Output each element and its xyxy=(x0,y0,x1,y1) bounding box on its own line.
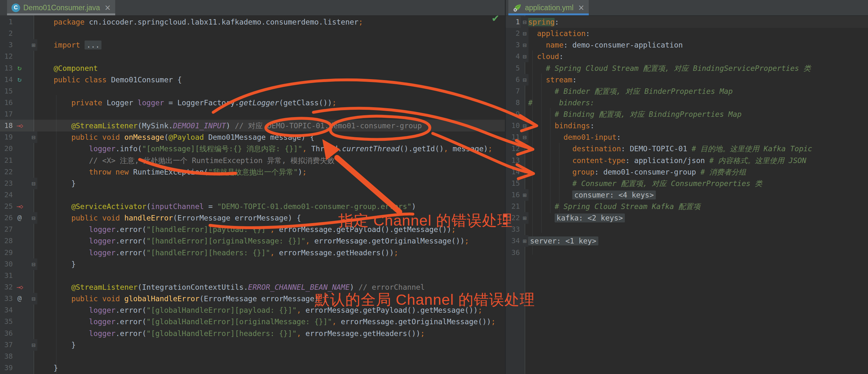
line-number[interactable]: 16 xyxy=(0,97,13,108)
line-number[interactable]: 15 xyxy=(506,178,520,189)
line-number[interactable]: 24 xyxy=(0,189,13,201)
line-number[interactable]: 19 xyxy=(0,131,13,143)
line-number[interactable]: 5 xyxy=(506,63,520,74)
line-number[interactable]: 10 xyxy=(506,120,520,131)
fold-marker[interactable]: ⊟ xyxy=(521,131,528,143)
line-number[interactable]: 29 xyxy=(0,247,13,258)
line-number[interactable]: 35 xyxy=(0,316,13,328)
line-number[interactable]: 17 xyxy=(0,108,13,120)
fold-marker[interactable]: ⊟ xyxy=(521,120,528,131)
folded-region[interactable]: server: <1 key> xyxy=(528,237,598,245)
line-number[interactable]: 21 xyxy=(0,155,13,166)
gutter-pubsub-icon[interactable]: →◇ xyxy=(14,281,25,293)
line-number[interactable]: 4 xyxy=(506,51,520,62)
line-number[interactable]: 11 xyxy=(506,131,520,143)
line-number[interactable]: 6 xyxy=(506,74,520,86)
line-number[interactable]: 9 xyxy=(506,108,520,120)
code-line-1[interactable]: spring: xyxy=(528,16,559,28)
code-line-6[interactable]: stream: xyxy=(528,74,577,86)
line-number[interactable]: 32 xyxy=(0,281,13,293)
line-number[interactable]: 2 xyxy=(506,28,520,39)
code-line-30[interactable]: } xyxy=(54,258,75,270)
fold-marker[interactable]: ⊟ xyxy=(521,39,528,51)
line-number[interactable]: 36 xyxy=(506,247,520,258)
fold-marker[interactable]: ⊟ xyxy=(30,339,37,351)
line-number[interactable]: 3 xyxy=(0,39,13,51)
code-line-20[interactable]: logger.info("[onMessage][线程编号:{} 消息内容: {… xyxy=(54,143,492,154)
line-number[interactable]: 26 xyxy=(0,212,13,224)
code-line-22[interactable]: throw new RuntimeException("我就是故意抛出一个异常"… xyxy=(54,166,307,178)
line-number[interactable]: 18 xyxy=(0,120,13,131)
gutter-at-icon[interactable]: @ xyxy=(14,293,25,305)
close-icon[interactable]: × xyxy=(578,3,584,12)
code-line-3[interactable]: name: demo-consumer-application xyxy=(528,39,683,51)
code-line-35[interactable]: logger.error("[globalHandleError][origin… xyxy=(54,316,496,328)
line-number[interactable]: 13 xyxy=(506,155,520,166)
gutter-pubsub-icon[interactable]: →◇ xyxy=(14,201,25,212)
code-line-4[interactable]: cloud: xyxy=(528,51,564,62)
inspections-ok-icon[interactable]: ✔ xyxy=(491,13,499,24)
line-number[interactable]: 3 xyxy=(506,39,520,51)
fold-marker[interactable]: ⊟ xyxy=(521,74,528,86)
code-line-26[interactable]: public void handleError(ErrorMessage err… xyxy=(54,212,301,224)
code-line-16[interactable]: private Logger logger = LoggerFactory.ge… xyxy=(54,97,336,108)
code-line-11[interactable]: demo01-input: xyxy=(528,131,621,143)
line-number[interactable]: 34 xyxy=(0,305,13,316)
fold-marker[interactable]: ⊟ xyxy=(30,131,37,143)
code-line-21[interactable]: # Spring Cloud Stream Kafka 配置项 xyxy=(528,201,701,212)
line-number[interactable]: 14 xyxy=(0,74,13,86)
line-number[interactable]: 12 xyxy=(0,51,13,62)
yaml-editor-pane[interactable]: 1⊟spring:2⊟ application:3⊟ name: demo-co… xyxy=(506,15,868,374)
line-number[interactable]: 13 xyxy=(0,63,13,74)
code-line-34[interactable]: server: <1 key> xyxy=(528,235,598,247)
code-line-13[interactable]: @Component xyxy=(54,63,98,74)
fold-marker[interactable]: ⊞ xyxy=(30,39,37,51)
folded-region[interactable]: ... xyxy=(85,40,102,50)
line-number[interactable]: 39 xyxy=(0,362,13,374)
gutter-pubsub-icon[interactable]: →◇ xyxy=(14,120,25,131)
line-number[interactable]: 37 xyxy=(0,339,13,351)
code-line-14[interactable]: group: demo01-consumer-group # 消费者分组 xyxy=(528,166,746,178)
folded-region[interactable]: consumer: <4 keys> xyxy=(572,190,655,199)
code-line-23[interactable]: } xyxy=(54,178,75,189)
code-line-16[interactable]: consumer: <4 keys> xyxy=(528,189,656,201)
fold-marker[interactable]: ⊟ xyxy=(30,293,37,305)
code-line-28[interactable]: logger.error("[handleError][originalMess… xyxy=(54,235,469,247)
line-number[interactable]: 7 xyxy=(506,86,520,97)
line-number[interactable]: 31 xyxy=(0,270,13,281)
code-line-7[interactable]: # Binder 配置项, 对应 BinderProperties Map xyxy=(528,86,733,97)
code-line-8[interactable]: # binders: xyxy=(528,97,594,108)
code-line-1[interactable]: package cn.iocoder.springcloud.labx11.ka… xyxy=(54,16,363,28)
code-line-22[interactable]: kafka: <2 keys> xyxy=(528,212,625,224)
line-number[interactable]: 1 xyxy=(506,16,520,28)
gutter-at-icon[interactable]: @ xyxy=(14,212,25,224)
line-number[interactable]: 16 xyxy=(506,189,520,201)
fold-marker[interactable]: ⊞ xyxy=(521,189,528,201)
line-number[interactable]: 34 xyxy=(506,235,520,247)
code-line-15[interactable]: # Consumer 配置项, 对应 ConsumerProperties 类 xyxy=(528,178,762,189)
gutter-bean2-icon[interactable]: ↻ xyxy=(14,74,25,86)
line-number[interactable]: 23 xyxy=(0,178,13,189)
tab-application-yml[interactable]: application.yml × xyxy=(508,0,589,15)
fold-marker[interactable]: ⊟ xyxy=(30,178,37,189)
code-line-21[interactable]: // <X> 注意, 此处抛出一个 RuntimeException 异常, 模… xyxy=(54,155,335,166)
line-number[interactable]: 8 xyxy=(506,97,520,108)
folded-region[interactable]: kafka: <2 keys> xyxy=(555,214,625,222)
code-line-39[interactable]: } xyxy=(54,362,58,374)
line-number[interactable]: 28 xyxy=(0,235,13,247)
code-line-5[interactable]: # Spring Cloud Stream 配置项, 对应 BindingSer… xyxy=(528,63,811,74)
line-number[interactable]: 15 xyxy=(0,86,13,97)
fold-marker[interactable]: ⊟ xyxy=(521,16,528,28)
code-line-18[interactable]: @StreamListener(MySink.DEMO01_INPUT) // … xyxy=(54,120,422,131)
code-line-37[interactable]: } xyxy=(54,339,75,351)
fold-marker[interactable]: ⊞ xyxy=(521,212,528,224)
line-number[interactable]: 30 xyxy=(0,258,13,270)
line-number[interactable]: 14 xyxy=(506,166,520,178)
code-line-13[interactable]: content-type: application/json # 内容格式。这里… xyxy=(528,155,806,166)
line-number[interactable]: 22 xyxy=(0,166,13,178)
line-number[interactable]: 25 xyxy=(0,201,13,212)
fold-marker[interactable]: ⊞ xyxy=(521,235,528,247)
code-line-12[interactable]: destination: DEMO-TOPIC-01 # 目的地。这里使用 Ka… xyxy=(528,143,812,154)
code-line-19[interactable]: public void onMessage(@Payload Demo01Mes… xyxy=(54,131,314,143)
line-number[interactable]: 2 xyxy=(0,28,13,39)
